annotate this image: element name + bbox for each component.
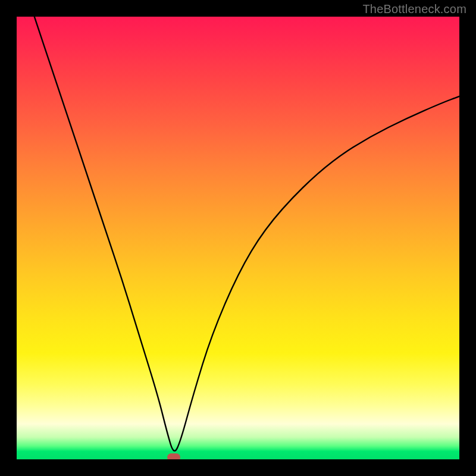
bottleneck-curve [35,17,459,451]
optimal-marker [167,453,180,459]
curve-layer [17,17,459,459]
plot-area [17,17,459,459]
watermark-text: TheBottleneck.com [362,2,466,16]
chart-frame: TheBottleneck.com [0,0,476,476]
